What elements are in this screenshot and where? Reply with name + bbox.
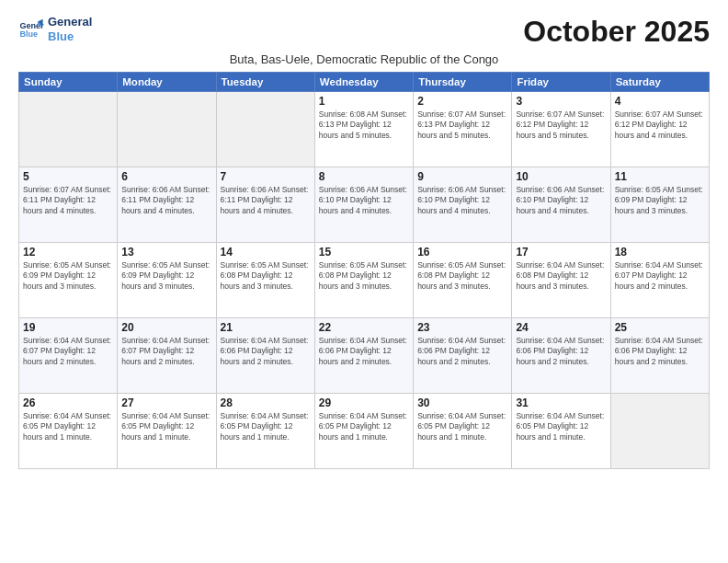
table-row: 15Sunrise: 6:05 AM Sunset: 6:08 PM Dayli… [314,243,413,318]
table-row: 5Sunrise: 6:07 AM Sunset: 6:11 PM Daylig… [19,167,118,243]
day-info: Sunrise: 6:04 AM Sunset: 6:05 PM Dayligh… [221,411,311,442]
day-info: Sunrise: 6:04 AM Sunset: 6:07 PM Dayligh… [121,336,211,367]
month-title: October 2025 [523,15,710,49]
table-row [118,92,216,167]
day-number: 27 [121,396,211,409]
table-row [19,92,118,167]
day-number: 21 [221,321,311,334]
subtitle: Buta, Bas-Uele, Democratic Republic of t… [18,52,710,66]
table-row: 3Sunrise: 6:07 AM Sunset: 6:12 PM Daylig… [512,92,610,167]
day-info: Sunrise: 6:06 AM Sunset: 6:10 PM Dayligh… [516,185,606,216]
day-number: 4 [615,95,705,108]
day-info: Sunrise: 6:04 AM Sunset: 6:05 PM Dayligh… [516,411,606,442]
table-row: 23Sunrise: 6:04 AM Sunset: 6:06 PM Dayli… [414,318,512,394]
calendar-header-row: Sunday Monday Tuesday Wednesday Thursday… [19,73,710,92]
day-info: Sunrise: 6:07 AM Sunset: 6:12 PM Dayligh… [615,109,705,141]
col-sunday: Sunday [19,73,118,92]
day-number: 2 [417,95,507,108]
table-row: 1Sunrise: 6:08 AM Sunset: 6:13 PM Daylig… [314,92,413,167]
day-info: Sunrise: 6:05 AM Sunset: 6:08 PM Dayligh… [417,260,507,292]
day-number: 28 [221,396,311,409]
day-info: Sunrise: 6:04 AM Sunset: 6:07 PM Dayligh… [23,336,113,367]
day-number: 19 [23,321,113,334]
table-row: 26Sunrise: 6:04 AM Sunset: 6:05 PM Dayli… [19,394,118,469]
day-number: 23 [417,321,507,334]
table-row: 31Sunrise: 6:04 AM Sunset: 6:05 PM Dayli… [512,394,610,469]
calendar-week-row: 12Sunrise: 6:05 AM Sunset: 6:09 PM Dayli… [19,243,710,318]
table-row [216,92,314,167]
day-number: 30 [417,396,507,409]
day-info: Sunrise: 6:04 AM Sunset: 6:06 PM Dayligh… [319,336,409,367]
day-info: Sunrise: 6:06 AM Sunset: 6:10 PM Dayligh… [417,185,507,216]
table-row: 18Sunrise: 6:04 AM Sunset: 6:07 PM Dayli… [610,243,709,318]
day-info: Sunrise: 6:07 AM Sunset: 6:12 PM Dayligh… [516,109,606,141]
day-info: Sunrise: 6:04 AM Sunset: 6:06 PM Dayligh… [615,336,705,367]
day-number: 3 [516,95,606,108]
page: General Blue General Blue October 2025 B… [0,0,728,563]
day-info: Sunrise: 6:05 AM Sunset: 6:08 PM Dayligh… [319,260,409,292]
logo-icon: General Blue [18,17,44,42]
table-row: 9Sunrise: 6:06 AM Sunset: 6:10 PM Daylig… [414,167,512,243]
day-number: 15 [319,246,409,259]
day-info: Sunrise: 6:05 AM Sunset: 6:09 PM Dayligh… [23,260,113,292]
table-row: 11Sunrise: 6:05 AM Sunset: 6:09 PM Dayli… [610,167,709,243]
day-number: 5 [23,170,113,183]
day-info: Sunrise: 6:04 AM Sunset: 6:08 PM Dayligh… [516,260,606,292]
day-info: Sunrise: 6:04 AM Sunset: 6:06 PM Dayligh… [417,336,507,367]
table-row: 22Sunrise: 6:04 AM Sunset: 6:06 PM Dayli… [314,318,413,394]
table-row: 14Sunrise: 6:05 AM Sunset: 6:08 PM Dayli… [216,243,314,318]
day-info: Sunrise: 6:07 AM Sunset: 6:13 PM Dayligh… [417,109,507,141]
day-number: 13 [121,246,211,259]
table-row [610,394,709,469]
day-info: Sunrise: 6:04 AM Sunset: 6:05 PM Dayligh… [319,411,409,442]
day-info: Sunrise: 6:06 AM Sunset: 6:10 PM Dayligh… [319,185,409,216]
day-number: 11 [615,170,705,183]
table-row: 13Sunrise: 6:05 AM Sunset: 6:09 PM Dayli… [118,243,216,318]
table-row: 16Sunrise: 6:05 AM Sunset: 6:08 PM Dayli… [414,243,512,318]
table-row: 17Sunrise: 6:04 AM Sunset: 6:08 PM Dayli… [512,243,610,318]
header: General Blue General Blue October 2025 [18,15,710,49]
day-number: 16 [417,246,507,259]
calendar-week-row: 19Sunrise: 6:04 AM Sunset: 6:07 PM Dayli… [19,318,710,394]
day-number: 20 [121,321,211,334]
calendar-table: Sunday Monday Tuesday Wednesday Thursday… [18,72,710,469]
day-info: Sunrise: 6:05 AM Sunset: 6:08 PM Dayligh… [221,260,311,292]
day-number: 10 [516,170,606,183]
table-row: 8Sunrise: 6:06 AM Sunset: 6:10 PM Daylig… [314,167,413,243]
table-row: 7Sunrise: 6:06 AM Sunset: 6:11 PM Daylig… [216,167,314,243]
table-row: 28Sunrise: 6:04 AM Sunset: 6:05 PM Dayli… [216,394,314,469]
table-row: 30Sunrise: 6:04 AM Sunset: 6:05 PM Dayli… [414,394,512,469]
col-friday: Friday [512,73,610,92]
table-row: 29Sunrise: 6:04 AM Sunset: 6:05 PM Dayli… [314,394,413,469]
day-number: 12 [23,246,113,259]
table-row: 24Sunrise: 6:04 AM Sunset: 6:06 PM Dayli… [512,318,610,394]
day-number: 24 [516,321,606,334]
day-number: 6 [121,170,211,183]
day-info: Sunrise: 6:04 AM Sunset: 6:05 PM Dayligh… [23,411,113,442]
col-saturday: Saturday [610,73,709,92]
logo-text-general: General [48,15,92,29]
table-row: 4Sunrise: 6:07 AM Sunset: 6:12 PM Daylig… [610,92,709,167]
day-number: 8 [319,170,409,183]
table-row: 10Sunrise: 6:06 AM Sunset: 6:10 PM Dayli… [512,167,610,243]
calendar-week-row: 1Sunrise: 6:08 AM Sunset: 6:13 PM Daylig… [19,92,710,167]
day-info: Sunrise: 6:04 AM Sunset: 6:05 PM Dayligh… [417,411,507,442]
table-row: 12Sunrise: 6:05 AM Sunset: 6:09 PM Dayli… [19,243,118,318]
day-info: Sunrise: 6:04 AM Sunset: 6:06 PM Dayligh… [516,336,606,367]
day-number: 9 [417,170,507,183]
day-info: Sunrise: 6:04 AM Sunset: 6:05 PM Dayligh… [121,411,211,442]
day-info: Sunrise: 6:05 AM Sunset: 6:09 PM Dayligh… [121,260,211,292]
svg-text:Blue: Blue [19,29,38,39]
logo: General Blue General Blue [18,15,92,43]
table-row: 6Sunrise: 6:06 AM Sunset: 6:11 PM Daylig… [118,167,216,243]
logo-text-blue: Blue [48,29,92,44]
day-number: 22 [319,321,409,334]
day-number: 25 [615,321,705,334]
day-info: Sunrise: 6:07 AM Sunset: 6:11 PM Dayligh… [23,185,113,216]
day-info: Sunrise: 6:06 AM Sunset: 6:11 PM Dayligh… [121,185,211,216]
col-thursday: Thursday [414,73,512,92]
col-wednesday: Wednesday [314,73,413,92]
day-number: 14 [221,246,311,259]
day-number: 17 [516,246,606,259]
day-info: Sunrise: 6:04 AM Sunset: 6:06 PM Dayligh… [221,336,311,367]
